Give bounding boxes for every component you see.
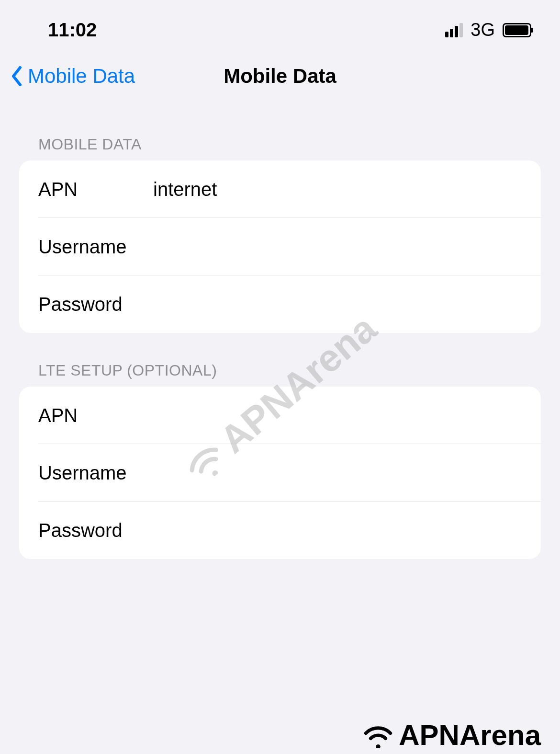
section-header-mobile-data: MOBILE DATA — [19, 107, 541, 160]
section-group-mobile-data: APN Username Password — [19, 160, 541, 333]
input-lte-username[interactable] — [153, 462, 522, 484]
network-type: 3G — [470, 20, 495, 40]
input-password[interactable] — [153, 294, 522, 315]
label-lte-password: Password — [38, 520, 153, 541]
watermark-bottom: APNArena — [361, 719, 541, 752]
navigation-bar: Mobile Data Mobile Data — [0, 50, 560, 107]
label-username: Username — [38, 236, 153, 258]
row-password[interactable]: Password — [19, 275, 541, 333]
back-button[interactable]: Mobile Data — [10, 65, 135, 88]
cellular-signal-icon — [445, 23, 463, 37]
label-lte-username: Username — [38, 462, 153, 484]
label-apn: APN — [38, 179, 153, 200]
page-title: Mobile Data — [224, 65, 336, 88]
input-username[interactable] — [153, 236, 522, 258]
label-password: Password — [38, 294, 153, 315]
row-lte-apn[interactable]: APN — [19, 387, 541, 444]
content-area: MOBILE DATA APN Username Password LTE SE… — [0, 107, 560, 559]
wifi-icon — [361, 722, 395, 748]
row-lte-username[interactable]: Username — [19, 444, 541, 502]
chevron-left-icon — [10, 66, 24, 87]
section-header-lte-setup: LTE SETUP (OPTIONAL) — [19, 333, 541, 387]
row-username[interactable]: Username — [19, 218, 541, 275]
section-group-lte-setup: APN Username Password — [19, 387, 541, 559]
status-bar: 11:02 3G — [0, 0, 560, 50]
watermark-bottom-text: APNArena — [399, 719, 541, 752]
back-label: Mobile Data — [28, 65, 135, 88]
battery-icon — [503, 23, 531, 37]
row-apn[interactable]: APN — [19, 160, 541, 218]
row-lte-password[interactable]: Password — [19, 502, 541, 559]
label-lte-apn: APN — [38, 405, 153, 426]
status-time: 11:02 — [48, 19, 97, 41]
input-apn[interactable] — [153, 179, 522, 200]
input-lte-password[interactable] — [153, 520, 522, 541]
input-lte-apn[interactable] — [153, 405, 522, 426]
status-right: 3G — [445, 20, 531, 40]
